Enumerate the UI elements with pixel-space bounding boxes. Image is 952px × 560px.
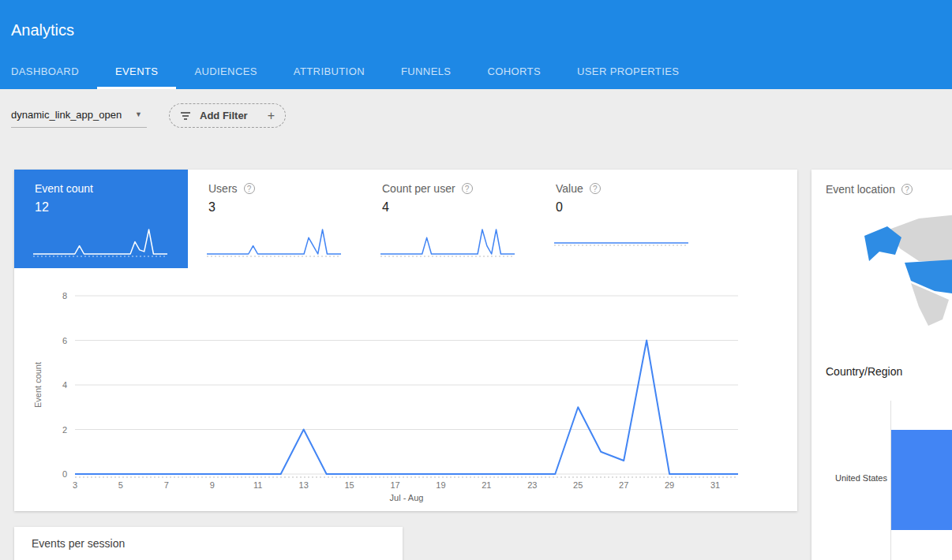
- svg-text:4: 4: [62, 380, 67, 390]
- tab-events[interactable]: EVENTS: [97, 56, 176, 89]
- svg-text:29: 29: [665, 480, 674, 490]
- svg-text:9: 9: [210, 480, 215, 490]
- help-icon[interactable]: ?: [901, 184, 913, 195]
- svg-text:23: 23: [527, 480, 537, 490]
- tab-audiences[interactable]: AUDIENCES: [176, 56, 275, 89]
- metric-label: Count per user: [382, 182, 455, 195]
- event-location-card: Event location ? Country/Region United S…: [811, 170, 952, 560]
- app-header: Analytics DASHBOARD EVENTS AUDIENCES ATT…: [0, 0, 952, 89]
- help-icon[interactable]: ?: [462, 183, 473, 194]
- sparkline-count-per-user: [379, 226, 519, 260]
- events-overview-card: Event count 12 Users ? 3 Count per user …: [14, 170, 797, 511]
- tab-funnels[interactable]: FUNNELS: [383, 56, 469, 89]
- tab-dashboard[interactable]: DASHBOARD: [11, 56, 97, 89]
- event-selector-dropdown[interactable]: dynamic_link_app_open ▼: [11, 104, 147, 128]
- events-per-session-card: Events per session: [14, 527, 403, 560]
- filter-bar: dynamic_link_app_open ▼ Add Filter +: [11, 103, 286, 128]
- metric-value: 12: [35, 200, 188, 215]
- svg-text:5: 5: [118, 480, 123, 490]
- map-united-states: [905, 258, 952, 294]
- event-location-title: Event location: [826, 183, 895, 196]
- svg-text:11: 11: [253, 480, 262, 490]
- main-line-chart: 0246835791113151719212325272931Jul - Aug: [14, 280, 797, 509]
- filter-icon: [180, 111, 191, 121]
- svg-text:6: 6: [62, 336, 67, 345]
- svg-text:31: 31: [710, 480, 720, 490]
- svg-text:21: 21: [482, 480, 491, 490]
- svg-text:8: 8: [62, 291, 67, 301]
- country-row-label: United States: [811, 473, 887, 483]
- tab-attribution[interactable]: ATTRIBUTION: [275, 56, 383, 89]
- sparkline-users: [205, 226, 346, 260]
- help-icon[interactable]: ?: [244, 183, 255, 194]
- svg-text:19: 19: [436, 480, 445, 490]
- svg-text:0: 0: [62, 469, 67, 479]
- event-selector-value: dynamic_link_app_open: [11, 109, 122, 121]
- svg-text:Jul - Aug: Jul - Aug: [390, 493, 424, 502]
- help-icon[interactable]: ?: [590, 183, 601, 194]
- metric-value: 0: [556, 200, 709, 215]
- country-row-bar: [891, 430, 952, 530]
- plus-icon: +: [257, 109, 275, 123]
- metric-label: Value: [556, 182, 583, 195]
- metric-label: Users: [208, 182, 238, 195]
- tab-user-properties[interactable]: USER PROPERTIES: [559, 56, 697, 89]
- events-per-session-title: Events per session: [32, 537, 125, 550]
- add-filter-label: Add Filter: [200, 110, 248, 121]
- metric-tile-value[interactable]: Value ? 0: [535, 170, 709, 268]
- metric-value: 3: [208, 200, 362, 215]
- chevron-down-icon: ▼: [135, 110, 142, 118]
- tab-bar: DASHBOARD EVENTS AUDIENCES ATTRIBUTION F…: [11, 56, 697, 89]
- svg-text:2: 2: [62, 425, 67, 435]
- svg-text:27: 27: [619, 480, 628, 490]
- svg-text:13: 13: [299, 480, 309, 490]
- country-region-header: Country/Region: [826, 365, 902, 378]
- tab-cohorts[interactable]: COHORTS: [469, 56, 559, 89]
- svg-text:7: 7: [164, 480, 169, 490]
- metric-tile-users[interactable]: Users ? 3: [188, 170, 362, 268]
- svg-text:25: 25: [573, 480, 583, 490]
- metric-label: Event count: [35, 182, 93, 195]
- svg-text:17: 17: [390, 480, 399, 490]
- sparkline-value: [553, 226, 693, 260]
- app-title: Analytics: [11, 21, 74, 39]
- event-location-map: [862, 204, 952, 354]
- svg-text:15: 15: [344, 480, 354, 490]
- metric-tile-count-per-user[interactable]: Count per user ? 4: [362, 170, 535, 268]
- metric-tile-event-count[interactable]: Event count 12: [14, 170, 188, 268]
- svg-text:3: 3: [73, 480, 77, 490]
- metric-value: 4: [382, 200, 535, 215]
- sparkline-event-count: [32, 226, 172, 260]
- metric-tiles: Event count 12 Users ? 3 Count per user …: [14, 170, 709, 268]
- add-filter-button[interactable]: Add Filter +: [169, 103, 286, 128]
